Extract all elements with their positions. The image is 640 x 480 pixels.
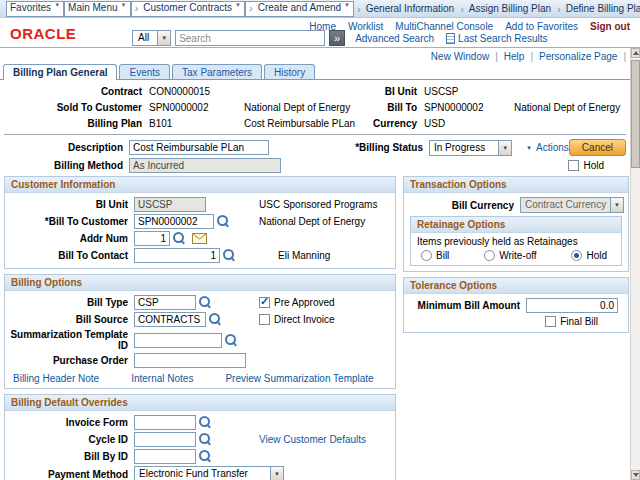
summarization-template-label: Summarization Template ID [9, 329, 134, 351]
minimum-bill-amount-row: Minimum Bill Amount [408, 298, 624, 313]
internal-notes-link[interactable]: Internal Notes [131, 373, 193, 384]
lookup-icon[interactable] [225, 334, 238, 347]
dropdown-arrow-icon[interactable] [498, 141, 511, 155]
bill-to-customer-row: *Bill To Customer National Dept of Energ… [9, 214, 391, 229]
bi-unit-field-label: BI Unit [9, 199, 134, 210]
dropdown-arrow-icon[interactable] [270, 467, 283, 480]
cycle-id-input[interactable] [134, 432, 196, 447]
scrollbar-down-icon[interactable] [631, 470, 640, 480]
billing-default-overrides-section: Billing Default Overrides Invoice Form C… [4, 394, 396, 480]
lookup-icon[interactable] [199, 433, 212, 446]
bill-type-label: Bill Type [9, 297, 134, 308]
dropdown-arrow-icon [610, 198, 623, 212]
bill-radio[interactable] [421, 250, 432, 261]
lookup-icon[interactable] [209, 313, 222, 326]
results-list-icon [446, 33, 455, 44]
search-go-icon[interactable] [329, 30, 345, 46]
search-input[interactable] [175, 30, 325, 46]
envelope-icon[interactable] [192, 233, 207, 244]
pre-approved-checkbox[interactable] [259, 297, 270, 308]
billing-default-overrides-title: Billing Default Overrides [5, 395, 395, 411]
description-input[interactable] [129, 140, 269, 155]
billing-plan-label: Billing Plan [4, 118, 149, 129]
billing-options-section: Billing Options Bill Type Pre Approved B… [4, 274, 396, 389]
vertical-scrollbar[interactable] [630, 48, 640, 480]
bill-source-input[interactable] [134, 312, 206, 327]
purchase-order-input[interactable] [134, 353, 246, 368]
retainage-option-hold[interactable]: Hold [571, 250, 607, 261]
breadcrumb-general-information[interactable]: General Information [354, 3, 457, 15]
tab-billing-plan-general[interactable]: Billing Plan General [3, 64, 117, 80]
personalize-page-link[interactable]: Personalize Page [539, 51, 626, 62]
billing-options-title: Billing Options [5, 275, 395, 291]
billing-options-links: Billing Header Note Internal Notes Previ… [9, 370, 391, 385]
view-customer-defaults-link[interactable]: View Customer Defaults [259, 434, 366, 445]
billing-method-row: Billing Method Hold [4, 158, 626, 173]
bill-by-id-label: Bill By ID [9, 451, 134, 462]
payment-method-select[interactable]: Electronic Fund Transfer [134, 466, 284, 480]
bill-type-input[interactable] [134, 295, 196, 310]
breadcrumb-create-and-amend[interactable]: Create and Amend [245, 1, 354, 17]
bill-to-customer-description: National Dept of Energy [259, 216, 365, 227]
retainage-options-title: Retainage Options [411, 217, 621, 233]
billing-header-note-link[interactable]: Billing Header Note [13, 373, 99, 384]
breadcrumb-main-menu[interactable]: Main Menu [64, 1, 130, 17]
billing-status-select[interactable]: In Progress [429, 140, 512, 156]
bi-unit-input [134, 197, 206, 212]
description-row: Description *Billing Status In Progress … [4, 139, 626, 156]
tab-tax-parameters[interactable]: Tax Parameters [172, 64, 262, 79]
final-bill-checkbox[interactable] [545, 316, 556, 327]
hold-radio[interactable] [571, 250, 582, 261]
breadcrumb-assign-billing-plan[interactable]: Assign Billing Plan [457, 3, 554, 15]
lookup-icon[interactable] [223, 249, 236, 262]
breadcrumb-customer-contracts[interactable]: Customer Contracts [131, 1, 246, 17]
addr-num-input[interactable] [134, 231, 170, 246]
hold-checkbox[interactable] [568, 160, 579, 171]
cancel-button[interactable]: Cancel [569, 139, 626, 156]
retainage-option-bill[interactable]: Bill [421, 250, 449, 261]
last-search-results-link[interactable]: Last Search Results [458, 33, 548, 44]
invoice-form-input[interactable] [134, 415, 196, 430]
lookup-icon[interactable] [199, 296, 212, 309]
divider [4, 134, 626, 135]
summarization-template-input[interactable] [134, 333, 222, 348]
billing-status-value: In Progress [430, 141, 498, 155]
bill-to-contact-input[interactable] [134, 248, 220, 263]
summarization-template-row: Summarization Template ID [9, 329, 391, 351]
dropdown-arrow-icon[interactable] [157, 31, 170, 45]
customer-information-section: Customer Information BI Unit USC Sponsor… [4, 176, 396, 269]
sign-out-link[interactable]: Sign out [590, 21, 630, 32]
direct-invoice-checkbox[interactable] [259, 314, 270, 325]
search-scope-select[interactable]: All [132, 30, 171, 46]
help-link[interactable]: Help [504, 51, 533, 62]
preview-summarization-template-link[interactable]: Preview Summarization Template [225, 373, 373, 384]
advanced-search-link[interactable]: Advanced Search [355, 33, 434, 44]
lookup-icon[interactable] [217, 215, 230, 228]
lookup-icon[interactable] [199, 450, 212, 463]
bill-to-contact-field-label: Bill To Contact [9, 250, 134, 261]
minimum-bill-amount-label: Minimum Bill Amount [408, 300, 526, 311]
breadcrumb-favorites[interactable]: Favorites [6, 1, 64, 17]
bill-to-customer-input[interactable] [134, 214, 214, 229]
scrollbar-up-icon[interactable] [631, 48, 640, 58]
billing-plan-desc: Cost Reimbursable PLan [244, 118, 369, 129]
minimum-bill-amount-input[interactable] [526, 298, 618, 313]
bill-currency-label: Bill Currency [408, 200, 520, 211]
bill-by-id-input[interactable] [134, 449, 196, 464]
retainage-option-write-off[interactable]: Write-off [484, 250, 536, 261]
top-header-bar: ORACLE Home Worklist MultiChannel Consol… [0, 18, 640, 48]
bill-currency-select: Contract Currency [520, 197, 624, 213]
lookup-icon[interactable] [173, 232, 186, 245]
billing-status-label: *Billing Status [269, 142, 429, 153]
new-window-link[interactable]: New Window [431, 51, 498, 62]
actions-link[interactable]: Actions [526, 142, 569, 153]
tab-events[interactable]: Events [119, 64, 170, 79]
lookup-icon[interactable] [199, 416, 212, 429]
invoice-form-label: Invoice Form [9, 417, 134, 428]
retainage-options-section: Retainage Options Items previously held … [410, 216, 622, 266]
tab-history[interactable]: History [264, 64, 315, 79]
breadcrumb-define-billing-plan[interactable]: Define Billing Plan [554, 3, 640, 15]
invoice-form-row: Invoice Form [9, 415, 391, 430]
write-off-radio[interactable] [484, 250, 495, 261]
scrollbar-thumb[interactable] [631, 60, 640, 168]
